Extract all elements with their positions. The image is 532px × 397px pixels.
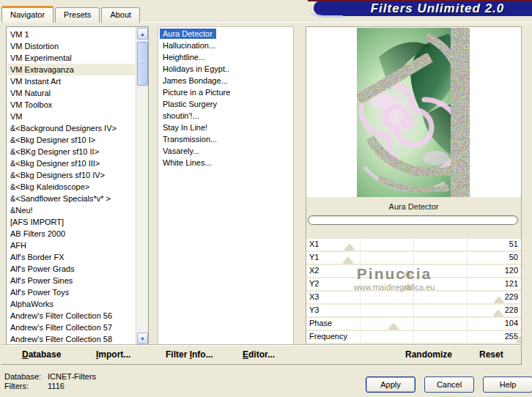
scrollbar-thumb[interactable] (137, 42, 148, 86)
slider-row[interactable]: X1 51 (306, 239, 521, 251)
status-bar: Database: ICNET-Filters Filters: 1116 (4, 372, 96, 391)
category-list-item[interactable]: Alf's Power Grads (7, 263, 135, 275)
category-list-item[interactable]: &<Background Designers IV> (7, 122, 135, 134)
category-list-item[interactable]: [AFS IMPORT] (7, 216, 135, 228)
slider-handle[interactable] (493, 310, 503, 316)
filter-list-item[interactable]: Heightline... (158, 52, 293, 64)
tab[interactable]: Presets (55, 7, 100, 23)
slider-handle[interactable] (388, 323, 399, 330)
slider-label: Y2 (309, 279, 319, 288)
filter-label: Plastic Surgery (160, 99, 221, 109)
slider-handle[interactable] (494, 297, 504, 303)
scrollbar-up-button[interactable]: ▲ (137, 28, 148, 40)
cancel-button[interactable]: Cancel (424, 376, 474, 393)
category-label: VM Experimental (10, 53, 72, 62)
category-label: &<Bkg Designers sf10 IV> (10, 171, 105, 179)
category-scrollbar[interactable]: ▲ ▼ (136, 27, 148, 345)
preview-image[interactable] (357, 28, 470, 197)
filter-list-item[interactable]: Hallucination... (158, 40, 293, 52)
filter-list-item[interactable]: Vasarely... (158, 146, 293, 157)
category-list-item[interactable]: &<BKg Designer sf10 II> (7, 146, 135, 157)
category-list-item[interactable]: VM Instant Art (7, 75, 135, 87)
category-list-item[interactable]: VM 1 (7, 29, 135, 40)
database-value: ICNET-Filters (48, 372, 96, 381)
category-list-item[interactable]: VM Experimental (7, 52, 135, 64)
scroll-up-icon: ▲ (140, 31, 145, 37)
slider-row[interactable]: Phase 104 (306, 318, 521, 330)
slider-label: X1 (309, 240, 319, 248)
slider-row[interactable]: Y2 121 (306, 278, 521, 290)
filter-list-item[interactable]: James Bondage... (158, 75, 293, 87)
toolbar-button[interactable]: Reset (479, 349, 503, 360)
category-list-item[interactable]: VM Natural (7, 87, 135, 99)
help-button[interactable]: Help (483, 376, 532, 393)
apply-button[interactable]: Apply (366, 376, 415, 393)
slider-row[interactable]: Y1 50 (306, 252, 521, 264)
category-list-item[interactable]: VM Toolbox (7, 99, 135, 111)
tab[interactable]: About (101, 7, 140, 23)
category-list-item[interactable]: AB Filters 2000 (7, 228, 135, 240)
category-list-item[interactable]: AFH (7, 240, 135, 251)
filter-list-item[interactable]: Transmission... (158, 134, 293, 146)
slider-handle[interactable] (516, 336, 521, 343)
category-list-item[interactable]: &<Bkg Designer sf10 I> (7, 134, 135, 146)
tab[interactable]: Navigator (1, 6, 53, 23)
filter-label: shoutin'!... (160, 111, 203, 121)
filters-label: Filters: (4, 382, 45, 391)
category-list-panel: VM 1 VM Distortion VM Experimental VM Ex… (6, 26, 149, 346)
category-list-item[interactable]: &<Sandflower Specials*v* > (7, 193, 135, 204)
category-list-item[interactable]: VM Distortion (7, 40, 135, 52)
filter-label: Vasarely... (160, 146, 203, 156)
slider-row[interactable]: X3 229 (306, 292, 521, 303)
filter-list-item[interactable]: Stay In Line! (158, 122, 293, 134)
filter-label: Heightline... (160, 52, 209, 62)
category-list-item[interactable]: &<Bkg Designers sf10 IV> (7, 169, 135, 181)
category-list-item[interactable]: Andrew's Filter Collection 57 (7, 322, 135, 333)
category-list-item[interactable]: Alf's Power Sines (7, 275, 135, 286)
filter-list-item[interactable]: Plastic Surgery (158, 99, 293, 111)
category-label: VM Toolbox (10, 100, 52, 109)
category-list-item[interactable]: Andrew's Filter Collection 56 (7, 310, 135, 322)
slider-row[interactable]: Y3 228 (306, 305, 521, 316)
status-database-row: Database: ICNET-Filters (4, 372, 96, 382)
fractal-preview-art (357, 28, 470, 197)
category-list-item[interactable]: &<Bkg Kaleidoscope> (7, 181, 135, 193)
dialog-action-buttons: Apply Cancel Help (366, 376, 532, 393)
filter-list-item[interactable]: Aura Detector (158, 29, 293, 40)
status-filters-row: Filters: 1116 (4, 382, 96, 391)
toolbar-button[interactable]: Randomize (405, 349, 452, 360)
filter-list-item[interactable]: White Lines... (158, 157, 293, 169)
filters-value: 1116 (48, 382, 64, 390)
filter-list-item[interactable]: Picture in a Picture (158, 87, 293, 99)
slider-handle[interactable] (402, 270, 413, 277)
slider-label: Frequency (309, 332, 347, 341)
scrollbar-down-button[interactable]: ▼ (137, 333, 148, 344)
slider-value: 50 (509, 253, 518, 261)
slider-row[interactable]: Frequency 255 (306, 331, 521, 343)
category-label: Alf's Power Sines (10, 276, 73, 285)
tab-label: Navigator (10, 10, 45, 19)
category-list-item[interactable]: Alf's Border FX (7, 251, 135, 263)
category-list-item[interactable]: VM (7, 111, 135, 122)
toolbar-button[interactable]: Database (22, 349, 61, 360)
toolbar-button[interactable]: Editor... (243, 349, 275, 360)
category-list-item[interactable]: Andrew's Filter Collection 58 (7, 333, 135, 344)
category-label: VM 1 (10, 30, 29, 39)
filter-list-item[interactable]: Holidays in Egypt.. (158, 64, 293, 75)
toolbar-button[interactable]: Import... (96, 349, 130, 360)
slider-handle[interactable] (403, 283, 413, 290)
slider-handle[interactable] (343, 257, 353, 264)
slider-row[interactable]: X2 120 (306, 265, 521, 277)
category-list-item[interactable]: Alf's Power Toys (7, 286, 135, 298)
slider-value: 228 (505, 305, 518, 314)
slider-value: 229 (505, 292, 518, 301)
filter-list-item[interactable]: shoutin'!... (158, 111, 293, 122)
category-list-item[interactable]: VM Extravaganza (7, 64, 135, 75)
category-label: [AFS IMPORT] (10, 218, 64, 226)
category-list-item[interactable]: &Neu! (7, 204, 135, 216)
slider-handle[interactable] (344, 244, 355, 251)
scroll-down-icon: ▼ (140, 336, 145, 341)
toolbar-button[interactable]: Filter Info... (166, 349, 213, 360)
category-list-item[interactable]: AlphaWorks (7, 298, 135, 310)
category-list-item[interactable]: &<Bkg Designer sf10 III> (7, 157, 135, 169)
